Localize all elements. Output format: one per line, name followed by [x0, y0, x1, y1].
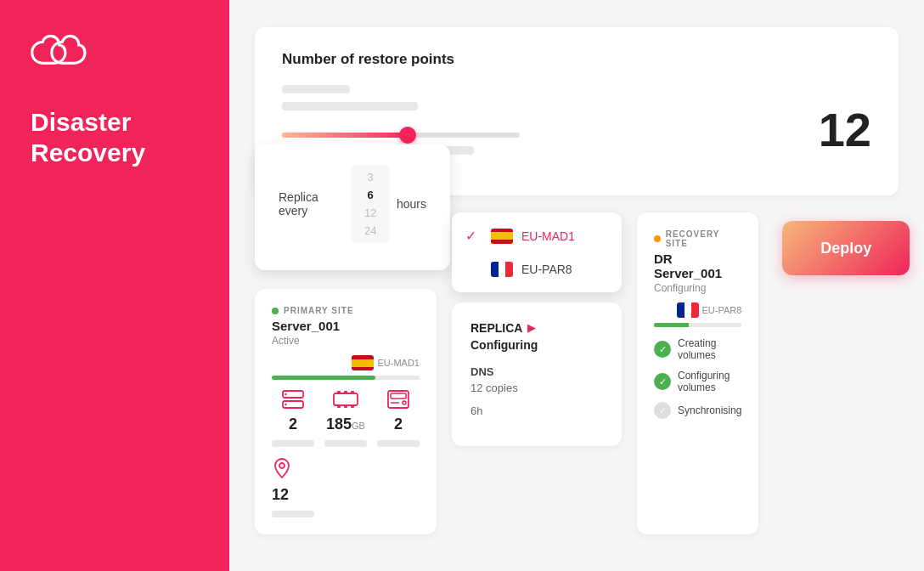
recovery-progress-fill [654, 323, 741, 327]
replica-info-card: REPLICA ▶ Configuring DNS 12 copies 6h [452, 302, 622, 446]
replica-option-24[interactable]: 24 [354, 222, 386, 240]
replica-info-header: REPLICA ▶ [470, 321, 603, 335]
recovery-site-location: EU-PAR8 [654, 302, 741, 318]
location-dropdown[interactable]: ✓ EU-MAD1 ✓ EU-PAR8 [452, 212, 622, 292]
primary-site-status: Active [272, 335, 420, 347]
task-creating-volumes: ✓ Creating volumes [654, 337, 741, 361]
primary-site-name: Server_001 [272, 319, 420, 333]
restore-points-title: Number of restore points [282, 51, 871, 68]
copies-value: 12 copies [470, 382, 603, 394]
recovery-dot [654, 235, 661, 242]
replica-row: Replica every 3 6 12 24 hours [279, 165, 426, 243]
task-configuring-volumes: ✓ Configuring volumes [654, 370, 741, 393]
task-list: ✓ Creating volumes ✓ Configuring volumes… [654, 337, 741, 419]
primary-progress-track [272, 376, 420, 380]
recovery-site-label: RECOVERY SITE [654, 229, 741, 248]
ram-skeleton [324, 440, 367, 447]
app-logo [31, 34, 99, 80]
interval-value: 6h [470, 404, 603, 417]
ram-icon [333, 390, 358, 412]
svg-rect-5 [337, 391, 341, 394]
vcpus-value: 2 [289, 416, 297, 433]
ram-value: 185GB [326, 416, 365, 433]
middle-column: ✓ EU-MAD1 ✓ EU-PAR8 REPLICA ▶ Configurin… [452, 212, 622, 534]
stats-grid: 2 [272, 390, 420, 447]
svg-rect-10 [351, 404, 354, 408]
replica-label-after: hours [397, 197, 426, 211]
svg-rect-4 [334, 393, 358, 405]
right-column: RECOVERY SITE DR Server_001 Configuring … [637, 212, 918, 534]
svg-point-2 [285, 393, 286, 395]
restore-count: 12 [819, 106, 871, 154]
svg-point-14 [403, 401, 406, 404]
primary-progress-fill [272, 376, 375, 380]
primary-site-card: PRIMARY SITE Server_001 Active EU-MAD1 [255, 289, 437, 534]
replica-every-card: Replica every 3 6 12 24 hours [255, 144, 450, 270]
check-icon-par8: ✓ [465, 261, 482, 277]
vcpus-skeleton [272, 440, 314, 447]
dns-label: DNS [470, 365, 603, 378]
replica-count-value: 12 [272, 486, 289, 504]
task-check-1: ✓ [654, 341, 671, 358]
svg-rect-9 [344, 404, 347, 408]
skeleton-1 [282, 85, 350, 93]
deploy-button[interactable]: Deploy [782, 221, 910, 275]
disk-stat: 2 [377, 390, 420, 447]
primary-dot [272, 308, 279, 314]
svg-rect-6 [344, 391, 347, 394]
slider-track[interactable] [282, 133, 520, 138]
left-column: Replica every 3 6 12 24 hours PRIMARY SI… [255, 212, 437, 534]
flag-fr-dropdown [491, 262, 513, 277]
main-content: Number of restore points [229, 0, 924, 571]
deploy-card: Deploy [774, 212, 918, 534]
flag-es [352, 355, 374, 370]
replica-label-before: Replica every [279, 190, 344, 218]
check-icon-mad1: ✓ [465, 228, 482, 244]
svg-point-3 [285, 404, 286, 405]
primary-site-label: PRIMARY SITE [272, 306, 420, 315]
location-option-par8[interactable]: ✓ EU-PAR8 [452, 252, 622, 286]
disk-value: 2 [394, 416, 403, 433]
flag-es-dropdown [491, 229, 513, 244]
location-option-mad1[interactable]: ✓ EU-MAD1 [452, 219, 622, 252]
task-check-3: ✓ [654, 402, 671, 419]
server-icon [282, 390, 304, 412]
recovery-progress-track [654, 323, 741, 327]
location-icon [272, 457, 292, 483]
replica-option-3[interactable]: 3 [358, 168, 384, 186]
slider-row[interactable] [282, 133, 785, 138]
svg-point-15 [279, 463, 285, 468]
sidebar: Disaster Recovery [0, 0, 229, 571]
replica-option-6[interactable]: 6 [358, 186, 384, 204]
slider-thumb[interactable] [399, 127, 416, 144]
replica-count-skeleton [272, 511, 314, 517]
recovery-site-name: DR Server_001 [654, 252, 741, 280]
bottom-container: Replica every 3 6 12 24 hours PRIMARY SI… [255, 212, 899, 534]
vcpus-stat: 2 [272, 390, 314, 447]
task-check-2: ✓ [654, 373, 671, 390]
replica-state: Configuring [470, 338, 603, 352]
svg-rect-12 [391, 393, 406, 399]
play-icon: ▶ [527, 322, 535, 334]
svg-rect-8 [337, 404, 341, 408]
recovery-site-status: Configuring [654, 282, 741, 294]
replica-count-stat: 12 [272, 457, 420, 517]
replica-dropdown[interactable]: 3 6 12 24 [351, 165, 390, 243]
recovery-site-card: RECOVERY SITE DR Server_001 Configuring … [637, 212, 758, 534]
disk-icon [387, 390, 409, 412]
primary-site-location: EU-MAD1 [272, 355, 420, 370]
app-title: Disaster Recovery [31, 107, 145, 168]
replica-option-12[interactable]: 12 [354, 204, 386, 222]
flag-fr-recovery [677, 302, 699, 318]
disk-skeleton [377, 440, 420, 447]
slider-fill [282, 133, 413, 138]
svg-rect-7 [351, 391, 354, 394]
skeleton-2 [282, 102, 418, 110]
task-synchronising: ✓ Synchronising [654, 402, 741, 419]
ram-stat: 185GB [324, 390, 367, 447]
